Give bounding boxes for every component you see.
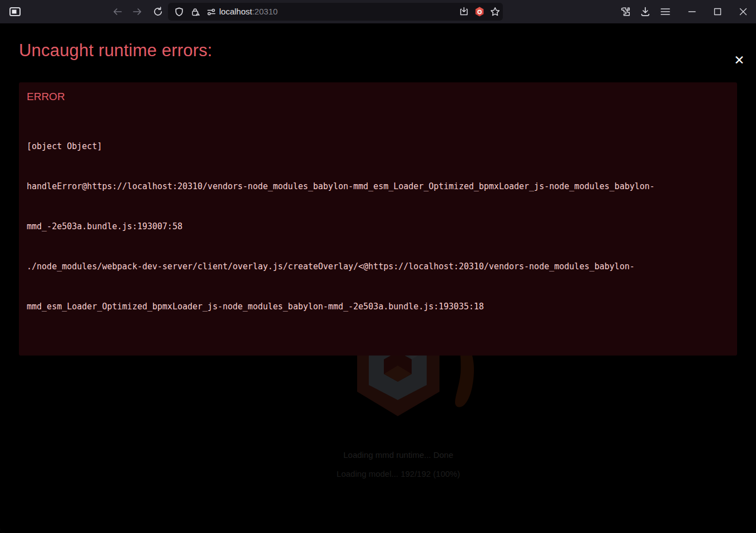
tracking-protection-button[interactable] [171, 4, 187, 19]
url-host: localhost [219, 7, 252, 16]
url-display[interactable]: localhost:20310 [219, 3, 278, 21]
connection-security-button[interactable] [188, 4, 204, 19]
bookmark-button[interactable] [487, 4, 503, 19]
overlay-close-icon[interactable]: ✕ [732, 52, 747, 68]
extensions-puzzle-icon [620, 6, 631, 17]
permissions-switch-icon [206, 7, 216, 17]
extensions-button[interactable] [617, 3, 634, 20]
download-icon [640, 6, 651, 17]
back-button[interactable] [109, 3, 126, 20]
reload-icon [153, 7, 163, 17]
save-page-button[interactable] [456, 4, 472, 19]
window-close-button[interactable] [735, 3, 752, 20]
browser-toolbar: localhost:20310 [0, 0, 756, 23]
forward-icon [132, 7, 142, 16]
url-bar[interactable]: localhost:20310 [168, 3, 503, 21]
downloads-button[interactable] [637, 3, 654, 20]
maximize-icon [714, 8, 722, 16]
page-content: Loading mmd runtime... Done Loading mode… [0, 23, 756, 533]
maximize-button[interactable] [709, 3, 726, 20]
lock-warning-icon [191, 7, 201, 17]
save-page-icon [459, 7, 469, 17]
error-line: handleError@https://localhost:20310/vend… [27, 180, 729, 193]
error-line: mmd_-2e503a.bundle.js:193007:58 [27, 220, 729, 233]
shield-icon [175, 7, 184, 17]
menu-button[interactable] [657, 3, 674, 20]
firefox-view-icon [9, 7, 21, 17]
error-severity-label: ERROR [27, 90, 729, 104]
error-line: [object Object] [27, 140, 729, 153]
error-stack-trace: [object Object] handleError@https://loca… [27, 113, 729, 340]
permissions-button[interactable] [204, 4, 219, 19]
runtime-error-overlay: ✕ Uncaught runtime errors: ERROR [object… [0, 23, 756, 533]
reload-button[interactable] [150, 3, 166, 20]
firefox-view-button[interactable] [7, 3, 23, 20]
minimize-button[interactable] [684, 3, 700, 20]
hamburger-menu-icon [660, 8, 670, 16]
extension-page-action-button[interactable] [472, 4, 487, 19]
minimize-icon [688, 8, 696, 16]
red-hexagon-extension-icon [474, 6, 485, 17]
browser-window: localhost:20310 [0, 0, 756, 533]
window-close-icon [739, 8, 747, 16]
back-icon [112, 7, 122, 16]
error-message-box: ERROR [object Object] handleError@https:… [19, 82, 737, 356]
bookmark-star-icon [490, 7, 500, 17]
error-line: mmd_esm_Loader_Optimized_bpmxLoader_js-n… [27, 300, 729, 313]
forward-button[interactable] [129, 3, 146, 20]
overlay-title: Uncaught runtime errors: [19, 40, 737, 61]
url-port: :20310 [252, 7, 278, 16]
error-line: ./node_modules/webpack-dev-server/client… [27, 260, 729, 273]
